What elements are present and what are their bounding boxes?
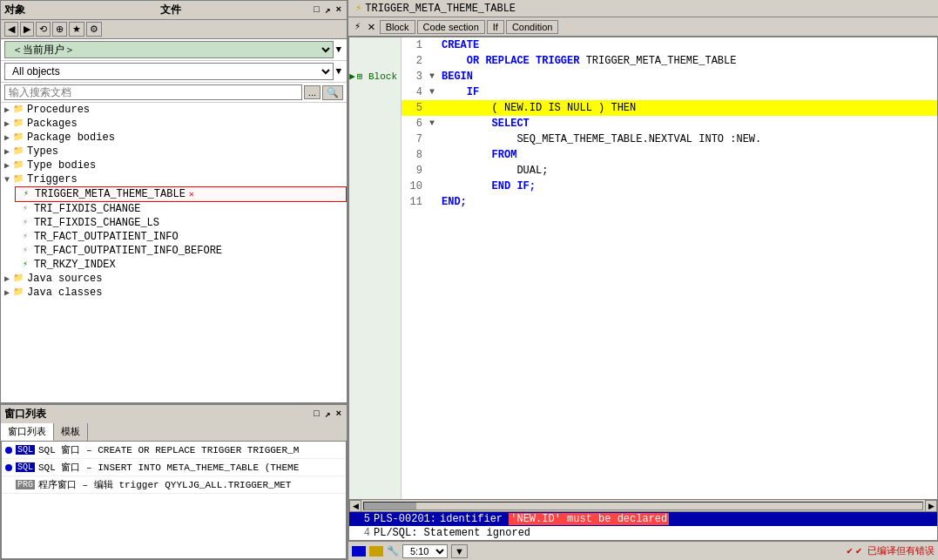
ln-2: 2 <box>402 53 426 69</box>
search-go-btn[interactable]: 🔍 <box>322 85 343 100</box>
h-scroll-right-btn[interactable]: ▶ <box>925 500 937 512</box>
triggers-arrow[interactable] <box>4 175 10 185</box>
type-bodies-label: Type bodies <box>27 159 96 172</box>
code-content-5: ( NEW.ID IS NULL ) THEN <box>438 100 636 116</box>
code-line-4: 4 ▼ IF <box>402 84 937 100</box>
all-objects-dropdown[interactable]: All objects <box>4 63 334 80</box>
wl-float-btn[interactable]: ↗ <box>323 408 333 420</box>
tri-fixdis-ls-label: TRI_FIXDIS_CHANGE_LS <box>34 217 159 229</box>
status-position-dropdown[interactable]: 5:10 <box>402 544 448 558</box>
collapse-6[interactable]: ▼ <box>426 116 438 132</box>
types-folder-icon: 📁 <box>11 145 25 158</box>
tree-item-procedures[interactable]: 📁 Procedures <box>1 103 347 117</box>
window-list-tabs: 窗口列表 模板 <box>1 423 347 442</box>
code-content-6: SELECT <box>438 116 530 132</box>
tree-item-tri-fixdis-ls[interactable]: ⚡ TRI_FIXDIS_CHANGE_LS <box>15 216 347 230</box>
tree-item-java-classes[interactable]: 📁 Java classes <box>1 286 347 300</box>
wl-item-0[interactable]: SQL SQL 窗口 – CREATE OR REPLACE TRIGGER T… <box>2 442 346 459</box>
toolbar-fwd-btn[interactable]: ▶ <box>20 22 34 37</box>
h-scroll-track[interactable] <box>363 502 923 510</box>
ln-1: 1 <box>402 37 426 53</box>
panel-close-btn[interactable]: × <box>334 4 343 16</box>
error-highlight-0: 'NEW.ID' must be declared <box>509 513 669 525</box>
block-expand-icon[interactable]: ▶ <box>349 69 355 84</box>
editor-title-icon: ⚡ <box>355 2 361 15</box>
code-editor: ▶ ⊞ Block 1 CREATE 2 <box>348 37 938 541</box>
tree-item-type-bodies[interactable]: 📁 Type bodies <box>1 159 347 172</box>
wl-pin-btn[interactable]: □ <box>312 408 321 420</box>
trigger-meta-error-icon: ✕ <box>189 189 194 199</box>
tri-fixdis-label: TRI_FIXDIS_CHANGE <box>34 203 140 215</box>
java-classes-arrow[interactable] <box>4 287 10 298</box>
tree-item-java-sources[interactable]: 📁 Java sources <box>1 272 347 286</box>
collapse-4[interactable]: ▼ <box>426 84 438 100</box>
procedures-label: Procedures <box>27 104 90 116</box>
toolbar-back-btn[interactable]: ◀ <box>4 22 18 37</box>
panel-pin-btn[interactable]: □ <box>312 4 321 16</box>
package-bodies-folder-icon: 📁 <box>11 132 25 144</box>
types-arrow[interactable] <box>4 146 10 157</box>
package-bodies-arrow[interactable] <box>4 132 10 143</box>
wl-item-2[interactable]: PRG 程序窗口 – 编辑 trigger QYYLJG_ALL.TRIGGER… <box>2 476 346 494</box>
error-panel: 5 PLS-00201: identifier 'NEW.ID' must be… <box>349 511 937 540</box>
block-btn[interactable]: Block <box>380 20 415 34</box>
tree-item-types[interactable]: 📁 Types <box>1 145 347 159</box>
all-objects-arrow[interactable]: ▼ <box>334 66 343 77</box>
tree-item-tri-fixdis[interactable]: ⚡ TRI_FIXDIS_CHANGE <box>15 202 347 216</box>
collapse-3[interactable]: ▼ <box>426 69 438 84</box>
collapse-11 <box>426 194 438 210</box>
toolbar-settings-btn[interactable]: ⚙ <box>86 22 102 37</box>
tr-fact-icon: ⚡ <box>18 231 32 243</box>
horizontal-scrollbar[interactable]: ◀ ▶ <box>349 499 937 511</box>
h-scroll-left-btn[interactable]: ◀ <box>349 500 361 512</box>
java-sources-arrow[interactable] <box>4 273 10 284</box>
object-tree: 📁 Procedures 📁 Packages 📁 Package bodies <box>1 103 347 402</box>
editor-close-btn[interactable]: ✕ <box>365 19 377 34</box>
wl-tab-list[interactable]: 窗口列表 <box>1 423 54 441</box>
status-left: 🔧 5:10 ▼ <box>352 544 468 558</box>
wl-tab-template[interactable]: 模板 <box>54 423 88 441</box>
toolbar-star-btn[interactable]: ★ <box>69 22 84 37</box>
tree-item-package-bodies[interactable]: 📁 Package bodies <box>1 131 347 145</box>
tree-item-tr-rkzy[interactable]: ⚡ TR_RKZY_INDEX <box>15 258 347 272</box>
procedures-folder-icon: 📁 <box>11 104 25 116</box>
h-scroll-thumb[interactable] <box>364 503 416 509</box>
wl-status-1 <box>5 464 12 471</box>
tree-item-tr-fact[interactable]: ⚡ TR_FACT_OUTPATIENT_INFO <box>15 230 347 244</box>
toolbar-new-btn[interactable]: ⊕ <box>52 22 67 37</box>
code-line-11: 11 END; <box>402 194 937 210</box>
panel-float-btn[interactable]: ↗ <box>323 4 333 16</box>
ln-7: 7 <box>402 132 426 147</box>
window-list-titlebar: 窗口列表 □ ↗ × <box>0 404 348 423</box>
ln-4: 4 <box>402 84 426 100</box>
nav-lightning-icon: ⚡ <box>352 20 363 33</box>
code-content-11: END; <box>438 194 467 210</box>
error-item-1[interactable]: 4 PL/SQL: Statement ignored <box>349 526 937 540</box>
tree-item-triggers[interactable]: 📁 Triggers <box>1 172 347 186</box>
tri-fixdis-ls-icon: ⚡ <box>18 217 32 229</box>
condition-btn[interactable]: Condition <box>506 20 558 34</box>
dropdown-arrow[interactable]: ▼ <box>334 44 343 55</box>
type-bodies-arrow[interactable] <box>4 160 10 171</box>
current-user-dropdown[interactable]: ＜当前用户＞ <box>4 41 334 58</box>
status-dropdown-btn[interactable]: ▼ <box>451 544 468 558</box>
collapse-1[interactable] <box>426 37 438 53</box>
tree-item-tr-fact-before[interactable]: ⚡ TR_FACT_OUTPATIENT_INFO_BEFORE <box>15 244 347 258</box>
editor-toolbar: ⚡ ✕ Block Code section If Condition <box>348 17 938 37</box>
toolbar-refresh-btn[interactable]: ⟲ <box>36 22 51 37</box>
file-menu-label[interactable]: 文件 <box>160 3 181 17</box>
triggers-folder-icon: 📁 <box>11 173 25 186</box>
tree-item-trigger-meta[interactable]: ⚡ TRIGGER_META_THEME_TABLE ✕ <box>15 186 347 202</box>
wl-close-btn[interactable]: × <box>334 408 343 420</box>
wl-item-1[interactable]: SQL SQL 窗口 – INSERT INTO META_THEME_TABL… <box>2 459 346 476</box>
error-item-0[interactable]: 5 PLS-00201: identifier 'NEW.ID' must be… <box>349 512 937 526</box>
code-line-9: 9 DUAL; <box>402 163 937 179</box>
packages-arrow[interactable] <box>4 118 10 129</box>
search-browse-btn[interactable]: ... <box>304 85 321 99</box>
if-btn[interactable]: If <box>487 20 504 34</box>
code-area[interactable]: ▶ ⊞ Block 1 CREATE 2 <box>349 37 937 499</box>
search-input[interactable] <box>4 84 302 100</box>
procedures-arrow[interactable] <box>4 105 10 115</box>
code-section-btn[interactable]: Code section <box>417 20 485 34</box>
tree-item-packages[interactable]: 📁 Packages <box>1 117 347 131</box>
